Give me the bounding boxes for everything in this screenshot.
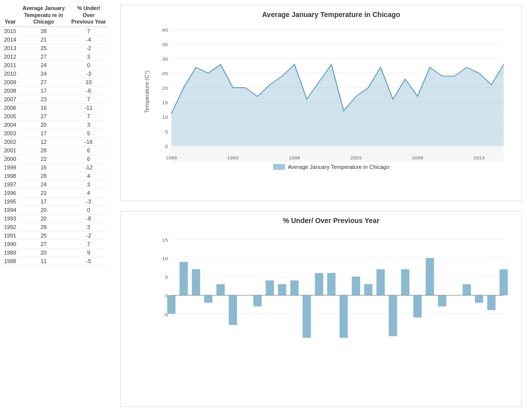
svg-rect-49 bbox=[327, 273, 336, 295]
table-row: 1996 21 4 bbox=[2, 188, 108, 197]
cell-year: 2008 bbox=[2, 86, 18, 95]
cell-temp: 28 bbox=[18, 146, 69, 154]
col-year: Year bbox=[2, 4, 18, 27]
svg-text:5: 5 bbox=[165, 274, 168, 280]
svg-rect-55 bbox=[401, 269, 410, 295]
svg-text:20: 20 bbox=[162, 85, 168, 91]
svg-text:0: 0 bbox=[165, 143, 168, 149]
cell-temp: 22 bbox=[18, 154, 69, 163]
cell-pct: 4 bbox=[69, 188, 108, 197]
svg-text:35: 35 bbox=[162, 42, 168, 47]
cell-year: 2007 bbox=[2, 95, 18, 103]
cell-year: 2012 bbox=[2, 52, 18, 61]
cell-pct: 6 bbox=[69, 154, 108, 163]
table-row: 1993 20 -8 bbox=[2, 214, 108, 223]
table-row: 1990 27 7 bbox=[2, 240, 108, 248]
legend-color-box bbox=[273, 164, 285, 170]
cell-year: 2004 bbox=[2, 120, 18, 129]
cell-pct: 0 bbox=[69, 61, 108, 69]
cell-temp: 20 bbox=[18, 205, 69, 214]
svg-text:1998: 1998 bbox=[289, 155, 300, 160]
cell-pct: 3 bbox=[69, 52, 108, 61]
pct-chart-svg: -5051015 bbox=[146, 228, 516, 338]
cell-temp: 21 bbox=[18, 188, 69, 197]
cell-year: 2002 bbox=[2, 137, 18, 146]
temp-chart-svg: 0510152025303540198819931998200320082013 bbox=[146, 22, 516, 162]
cell-pct: 7 bbox=[69, 112, 108, 120]
cell-temp: 12 bbox=[18, 137, 69, 146]
cell-pct: -16 bbox=[69, 137, 108, 146]
cell-pct: 9 bbox=[69, 248, 108, 257]
cell-temp: 27 bbox=[18, 112, 69, 120]
pct-chart-container: % Under/ Over Previous Year -5051015 bbox=[120, 211, 522, 407]
svg-text:1993: 1993 bbox=[227, 155, 239, 160]
cell-pct: -4 bbox=[69, 35, 108, 44]
svg-text:2008: 2008 bbox=[412, 155, 423, 160]
table-row: 1995 17 -3 bbox=[2, 197, 108, 205]
temp-chart-container: Average January Temperature in Chicago T… bbox=[120, 5, 522, 201]
cell-pct: -2 bbox=[69, 231, 108, 240]
cell-pct: -12 bbox=[69, 163, 108, 171]
cell-pct: -3 bbox=[69, 69, 108, 78]
cell-temp: 21 bbox=[18, 35, 69, 44]
cell-temp: 25 bbox=[18, 44, 69, 52]
cell-temp: 25 bbox=[18, 231, 69, 240]
legend-label: Average January Temperature in Chicago bbox=[288, 164, 390, 170]
pct-chart-title: % Under/ Over Previous Year bbox=[146, 217, 516, 225]
cell-year: 1991 bbox=[2, 231, 18, 240]
svg-rect-53 bbox=[376, 269, 385, 295]
table-row: 2010 24 -3 bbox=[2, 69, 108, 78]
table-row: 2014 21 -4 bbox=[2, 35, 108, 44]
cell-temp: 17 bbox=[18, 129, 69, 137]
cell-temp: 24 bbox=[18, 61, 69, 69]
cell-temp: 17 bbox=[18, 86, 69, 95]
table-row: 2015 28 7 bbox=[2, 27, 108, 35]
cell-temp: 23 bbox=[18, 95, 69, 103]
cell-year: 2001 bbox=[2, 146, 18, 154]
col-temp: Average January Temperatu re in Chicago bbox=[18, 4, 69, 27]
cell-temp: 24 bbox=[18, 69, 69, 78]
table-row: 1994 20 0 bbox=[2, 205, 108, 214]
svg-rect-63 bbox=[499, 269, 508, 295]
cell-year: 2000 bbox=[2, 154, 18, 163]
cell-year: 2009 bbox=[2, 78, 18, 86]
cell-temp: 27 bbox=[18, 240, 69, 248]
svg-text:30: 30 bbox=[162, 56, 168, 62]
cell-year: 2006 bbox=[2, 103, 18, 112]
cell-pct: 10 bbox=[69, 78, 108, 86]
svg-rect-44 bbox=[265, 280, 274, 295]
cell-year: 1996 bbox=[2, 188, 18, 197]
svg-rect-47 bbox=[303, 295, 311, 338]
svg-rect-46 bbox=[290, 280, 299, 295]
svg-text:10: 10 bbox=[162, 256, 168, 261]
cell-temp: 20 bbox=[18, 214, 69, 223]
data-table: Year Average January Temperatu re in Chi… bbox=[2, 4, 108, 266]
cell-year: 1997 bbox=[2, 180, 18, 188]
svg-rect-39 bbox=[204, 295, 212, 303]
svg-rect-37 bbox=[179, 262, 188, 295]
cell-year: 1989 bbox=[2, 248, 18, 257]
table-row: 2013 25 -2 bbox=[2, 44, 108, 52]
cell-pct: 3 bbox=[69, 180, 108, 188]
svg-text:5: 5 bbox=[165, 129, 168, 134]
svg-rect-41 bbox=[229, 295, 237, 325]
cell-pct: 6 bbox=[69, 146, 108, 154]
svg-rect-60 bbox=[462, 284, 471, 295]
svg-text:2003: 2003 bbox=[350, 155, 362, 160]
table-row: 1998 28 4 bbox=[2, 171, 108, 180]
svg-rect-38 bbox=[192, 269, 200, 295]
cell-year: 2005 bbox=[2, 112, 18, 120]
svg-rect-36 bbox=[167, 295, 176, 314]
svg-text:10: 10 bbox=[162, 114, 168, 120]
svg-rect-18 bbox=[171, 146, 503, 162]
cell-year: 1990 bbox=[2, 240, 18, 248]
cell-year: 2013 bbox=[2, 44, 18, 52]
data-table-panel: Year Average January Temperatu re in Chi… bbox=[0, 0, 110, 412]
svg-text:15: 15 bbox=[162, 100, 168, 105]
table-row: 1989 20 9 bbox=[2, 248, 108, 257]
cell-year: 2015 bbox=[2, 27, 18, 35]
cell-pct: -5 bbox=[69, 257, 108, 265]
svg-rect-43 bbox=[253, 295, 262, 306]
cell-temp: 28 bbox=[18, 223, 69, 231]
cell-year: 1988 bbox=[2, 257, 18, 265]
